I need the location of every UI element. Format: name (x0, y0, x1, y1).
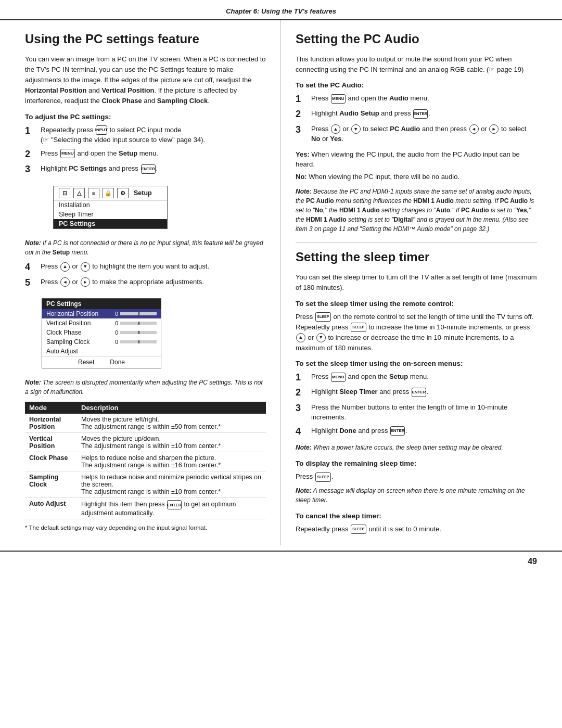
r-step-1: 1 Press MENU and open the Audio menu. (296, 93, 537, 105)
desc-cell: Helps to reduce noise and minimize perio… (77, 471, 266, 498)
enter-icon-s2: ENTER (412, 388, 426, 397)
left-steps-1: 1 Repeatedly press INPUT to select PC in… (25, 125, 266, 176)
arrow-down-r (351, 124, 361, 134)
ps-row-auto: Auto Adjust (42, 347, 161, 356)
menu-label: Setup (134, 189, 152, 197)
col-mode: Mode (25, 402, 77, 414)
table-row: VerticalPosition Moves the picture up/do… (25, 433, 266, 452)
arrow-down-s (316, 333, 326, 342)
page-wrapper: Chapter 6: Using the TV's features Using… (0, 0, 562, 728)
right-steps-3: 1 Press MENU and open the Setup menu. 2 … (296, 372, 537, 438)
desc-cell: Moves the picture up/down.The adjustment… (77, 433, 266, 452)
note-pc-audio: Note: Because the PC and HDMI-1 inputs s… (296, 187, 537, 234)
step-4: 4 Press or to highlight the item you wan… (25, 261, 266, 273)
mode-cell: Clock Phase (25, 452, 77, 471)
ps-bar-sampling (120, 340, 157, 343)
ps-bar-vert (120, 322, 157, 325)
sleep-icon-4: SLEEP (351, 525, 366, 534)
rs-step-3: 3 Press the Number buttons to enter the … (296, 402, 537, 423)
arrow-right-icon (81, 277, 90, 287)
arrow-right-r (489, 124, 499, 134)
right-subheading-2: To set the sleep timer using the remote … (296, 300, 537, 308)
right-subheading-4: To display the remaining sleep time: (296, 459, 537, 467)
enter-icon-s4: ENTER (390, 426, 405, 436)
right-column: Setting the PC Audio This function allow… (281, 20, 562, 545)
mode-table-section: Mode Description HorizontalPosition Move… (25, 402, 266, 532)
right-steps-1: 1 Press MENU and open the Audio menu. 2 … (296, 93, 537, 144)
step-3: 3 Highlight PC Settings and press ENTER. (25, 163, 266, 175)
arrow-up-icon (60, 262, 70, 272)
arrow-left-icon (60, 277, 70, 287)
menu-icon-5: ⚙ (117, 188, 129, 198)
sleep-cancel-text: Repeatedly press SLEEP until it is set t… (296, 524, 537, 534)
sleep-icon-2: SLEEP (351, 323, 366, 332)
desc-cell: Moves the picture left/right.The adjustm… (77, 414, 266, 433)
mode-table: Mode Description HorizontalPosition Move… (25, 402, 266, 519)
ps-row-vert: Vertical Position 0 (42, 318, 161, 328)
left-subheading: To adjust the PC settings: (25, 113, 266, 121)
note-2: Note: The screen is disrupted momentaril… (25, 378, 266, 397)
ps-row-clock: Clock Phase 0 (42, 328, 161, 337)
r-step-3: 3 Press or to select PC Audio and then p… (296, 124, 537, 144)
arrow-left-r (469, 124, 479, 134)
menu-icon-1: ⊡ (59, 188, 70, 198)
right-section-title-1: Setting the PC Audio (296, 32, 537, 47)
ps-row-horiz: Horizontal Position 0 (42, 309, 161, 318)
mode-cell: HorizontalPosition (25, 414, 77, 433)
menu-icon-2: △ (73, 188, 85, 198)
table-row: Clock Phase Helps to reduce noise and sh… (25, 452, 266, 471)
right-section-title-2: Setting the sleep timer (296, 250, 537, 265)
menu-title: ⊡ △ ≡ 🔒 ⚙ Setup (54, 186, 167, 200)
desc-cell: Highlight this item then press ENTER to … (77, 498, 266, 519)
right-intro-1: This function allows you to output or mu… (296, 54, 537, 75)
menu-icon-4: 🔒 (103, 188, 114, 198)
sleep-icon-3: SLEEP (315, 472, 331, 482)
arrow-up-r (331, 124, 340, 134)
ps-reset-btn[interactable]: Reset (78, 359, 94, 366)
chapter-title: Chapter 6: Using the TV's features (226, 7, 336, 15)
yes-text: Yes: When viewing the PC input, the audi… (296, 149, 537, 170)
note-1: Note: If a PC is not connected or there … (25, 238, 266, 257)
r-step-2: 2 Highlight Audio Setup and press ENTER. (296, 108, 537, 120)
menu-item-sleep-timer: Sleep Timer (54, 210, 167, 219)
right-intro-2: You can set the sleep timer to turn off … (296, 272, 537, 293)
note-sleep: Note: When a power failure occurs, the s… (296, 443, 537, 452)
left-column: Using the PC settings feature You can vi… (0, 20, 281, 545)
enter-icon-r2: ENTER (413, 109, 428, 119)
step-1: 1 Repeatedly press INPUT to select PC in… (25, 125, 266, 145)
menu-icon-s1: MENU (331, 373, 346, 382)
menu-icon-3: ≡ (88, 188, 99, 198)
right-subheading-5: To cancel the sleep timer: (296, 512, 537, 520)
left-steps-2: 4 Press or to highlight the item you wan… (25, 261, 266, 289)
setup-menu-box: ⊡ △ ≡ 🔒 ⚙ Setup Installation Sleep Timer… (53, 186, 168, 229)
menu-icons: ⊡ △ ≡ 🔒 ⚙ (59, 188, 129, 198)
page-number-bar: 49 (0, 551, 562, 574)
sleep-icon-1: SLEEP (315, 312, 331, 322)
mode-cell: SamplingClock (25, 471, 77, 498)
left-section-title: Using the PC settings feature (25, 32, 266, 47)
table-row: Auto Adjust Highlight this item then pre… (25, 498, 266, 519)
no-text: No: When viewing the PC input, there wil… (296, 172, 537, 182)
divider (296, 242, 537, 242)
enter-button-icon: ENTER (141, 164, 156, 174)
footnote: * The default settings may vary dependin… (25, 523, 266, 532)
pc-settings-header: PC Settings (42, 299, 161, 309)
left-intro: You can view an image from a PC on the T… (25, 54, 266, 107)
mode-cell: Auto Adjust (25, 498, 77, 519)
ps-done-btn[interactable]: Done (110, 359, 125, 366)
desc-cell: Helps to reduce noise and sharpen the pi… (77, 452, 266, 471)
ps-footer: Reset Done (42, 356, 161, 368)
right-subheading-3: To set the sleep timer using the on-scre… (296, 360, 537, 367)
ps-bar-horiz (120, 312, 157, 315)
input-button-icon: INPUT (96, 125, 107, 135)
step-2: 2 Press MENU and open the Setup menu. (25, 148, 266, 160)
menu-button-icon: MENU (60, 149, 75, 158)
rs-step-1: 1 Press MENU and open the Setup menu. (296, 372, 537, 384)
content-columns: Using the PC settings feature You can vi… (0, 20, 562, 545)
menu-icon-r1: MENU (331, 94, 346, 104)
note-sleep-2: Note: A message will display on-screen w… (296, 486, 537, 505)
sleep-remote-text: Press SLEEP on the remote control to set… (296, 312, 537, 354)
col-desc: Description (77, 402, 266, 414)
enter-icon-small: ENTER (167, 500, 182, 509)
rs-step-4: 4 Highlight Done and press ENTER. (296, 426, 537, 438)
